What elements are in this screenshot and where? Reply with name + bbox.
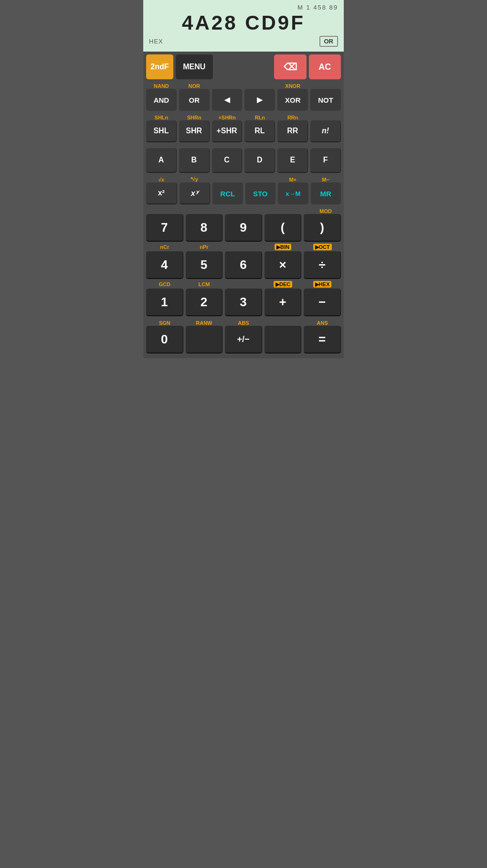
lcm-label: LCM — [186, 281, 223, 287]
xnor-label: XNOR — [277, 83, 308, 89]
left-shift-button[interactable]: ◀ — [212, 89, 243, 111]
shrn-label: SHRn — [179, 115, 210, 120]
display-bottom: HEX OR — [149, 36, 338, 47]
sqrt-label: √x — [146, 177, 177, 182]
c-button[interactable]: C — [212, 148, 243, 173]
6-button[interactable]: 6 — [225, 251, 262, 279]
ans-label: ANS — [304, 320, 341, 326]
9-button[interactable]: 9 — [225, 214, 262, 242]
display-main: 4A28 CD9F — [149, 12, 338, 34]
divide-button[interactable]: ÷ — [304, 251, 341, 279]
npr-label: nPr — [186, 244, 223, 250]
equals-button[interactable]: = — [304, 326, 341, 354]
backspace-button[interactable]: ⌫ — [274, 54, 306, 79]
rl-button[interactable]: RL — [244, 120, 275, 142]
label-row-mem1: √x ⁴√y M+ M− — [146, 174, 341, 182]
row-bottom: 0 +/− = — [146, 326, 341, 354]
mod-label: MOD — [310, 208, 341, 214]
f-button[interactable]: F — [310, 148, 341, 173]
label-row-shift: SHLn SHRn +SHRn RLn RRn — [146, 112, 341, 120]
shln-label: SHLn — [146, 115, 177, 120]
row-hex: A B C D E F — [146, 148, 341, 173]
multiply-button[interactable]: × — [265, 251, 302, 279]
row-top: 2ndF MENU ⌫ AC — [146, 54, 341, 79]
2ndf-button[interactable]: 2ndF — [146, 54, 173, 79]
rr-button[interactable]: RR — [277, 120, 308, 142]
mr-button[interactable]: MR — [311, 182, 341, 204]
rcl-button[interactable]: RCL — [212, 182, 243, 204]
e-button[interactable]: E — [277, 148, 308, 173]
0-button[interactable]: 0 — [146, 326, 183, 354]
rln-label: RLn — [244, 115, 275, 120]
xor-button[interactable]: XOR — [277, 89, 308, 111]
nor-label: NOR — [179, 83, 210, 89]
label-row-gcd: GCD LCM ▶DEC ▶HEX — [146, 280, 341, 289]
menu-button[interactable]: MENU — [176, 54, 213, 79]
label-row-nand-nor: NAND NOR XNOR — [146, 80, 341, 89]
label-row-ncr: nCr nPr ▶BIN ▶OCT — [146, 243, 341, 251]
ranw-label: RANW — [186, 320, 223, 326]
x2-button[interactable]: x² — [146, 182, 177, 204]
abs-label: ABS — [225, 320, 262, 326]
empty-2-button[interactable] — [265, 326, 302, 354]
4-button[interactable]: 4 — [146, 251, 183, 279]
to-hex-label: ▶HEX — [304, 281, 341, 288]
row-shift: SHL SHR +SHR RL RR n! — [146, 120, 341, 142]
rrn-label: RRn — [277, 115, 308, 120]
shl-button[interactable]: SHL — [146, 120, 177, 142]
right-shift-button[interactable]: ▶ — [244, 89, 275, 111]
to-oct-label: ▶OCT — [304, 244, 341, 250]
mminus-label: M− — [310, 177, 341, 182]
2-button[interactable]: 2 — [186, 289, 223, 316]
minus-button[interactable]: − — [304, 289, 341, 316]
5-button[interactable]: 5 — [186, 251, 223, 279]
gcd-label: GCD — [146, 281, 183, 287]
a-button[interactable]: A — [146, 148, 177, 173]
not-button[interactable]: NOT — [310, 89, 341, 111]
display-mode: HEX — [149, 38, 163, 45]
plus-button[interactable]: + — [265, 289, 302, 316]
3-button[interactable]: 3 — [225, 289, 262, 316]
keypad: 2ndF MENU ⌫ AC NAND NOR XNOR AND OR ◀ ▶ … — [143, 52, 344, 358]
sgn-label: SGN — [146, 320, 183, 326]
rparen-button[interactable]: ) — [304, 214, 341, 242]
sto-button[interactable]: STO — [245, 182, 276, 204]
rooty-label: ⁴√y — [179, 176, 210, 182]
label-row-sgn: SGN RANW ABS ANS — [146, 317, 341, 326]
plus-minus-button[interactable]: +/− — [225, 326, 262, 354]
shr-button[interactable]: SHR — [179, 120, 210, 142]
b-button[interactable]: B — [179, 148, 210, 173]
d-button[interactable]: D — [244, 148, 275, 173]
8-button[interactable]: 8 — [186, 214, 223, 242]
7-button[interactable]: 7 — [146, 214, 183, 242]
calculator: M 1 458 89 4A28 CD9F HEX OR 2ndF MENU ⌫ … — [143, 0, 344, 358]
ac-button[interactable]: AC — [309, 54, 341, 79]
1-button[interactable]: 1 — [146, 289, 183, 316]
backspace-icon: ⌫ — [284, 61, 297, 73]
xy-button[interactable]: xʸ — [180, 182, 211, 204]
row-456: 4 5 6 × ÷ — [146, 251, 341, 279]
empty-1-button[interactable] — [186, 326, 223, 354]
label-row-mod: MOD — [146, 205, 341, 214]
nfact-button[interactable]: n! — [310, 120, 341, 142]
display-panel: M 1 458 89 4A28 CD9F HEX OR — [143, 0, 344, 52]
and-button[interactable]: AND — [146, 89, 177, 111]
plus-shrn-label: +SHRn — [212, 115, 243, 120]
or-button[interactable]: OR — [179, 89, 210, 111]
row-logic: AND OR ◀ ▶ XOR NOT — [146, 89, 341, 111]
nand-label: NAND — [146, 83, 177, 89]
mplus-label: M+ — [277, 177, 308, 182]
row-123: 1 2 3 + − — [146, 289, 341, 316]
row-mem: x² xʸ RCL STO x→M MR — [146, 182, 341, 204]
row-789: 7 8 9 ( ) — [146, 214, 341, 242]
display-meta: M 1 458 89 — [149, 4, 338, 11]
lparen-button[interactable]: ( — [265, 214, 302, 242]
plus-shr-button[interactable]: +SHR — [212, 120, 243, 142]
x-to-m-button[interactable]: x→M — [278, 182, 308, 204]
ncr-label: nCr — [146, 244, 183, 250]
or-display-button[interactable]: OR — [319, 36, 339, 47]
to-dec-label: ▶DEC — [265, 281, 302, 288]
to-bin-label: ▶BIN — [265, 244, 302, 250]
